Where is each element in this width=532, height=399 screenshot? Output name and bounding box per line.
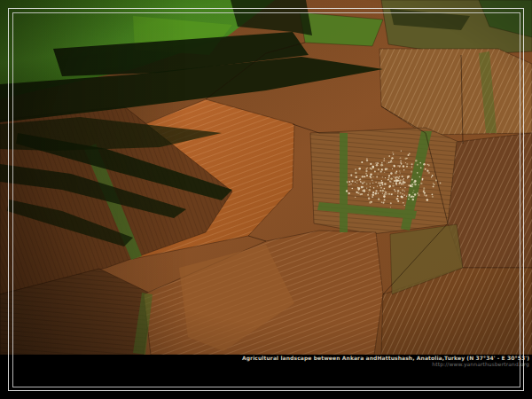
caption-band: Agricultural landscape between Ankara an… [0,355,532,399]
photo-caption: Agricultural landscape between Ankara an… [242,355,529,361]
aerial-photo-scene [0,0,532,355]
aerial-photo [0,0,532,355]
photo-credit-url: http://www.yannarthusbertrand.org [432,361,529,367]
vignette-shading [0,0,532,355]
wallpaper: Agricultural landscape between Ankara an… [0,0,532,399]
